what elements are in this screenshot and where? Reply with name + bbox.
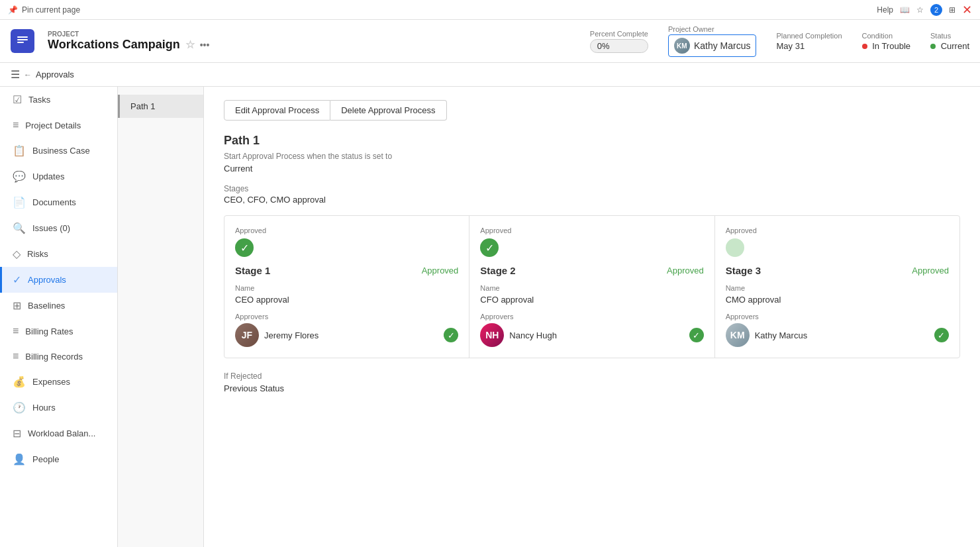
stage3-approver-row: KM Kathy Marcus ✓ [726, 323, 949, 347]
sidebar-label-billing-rates: Billing Rates [25, 326, 73, 336]
favorite-icon[interactable]: ☆ [185, 38, 195, 51]
risks-icon: ◇ [13, 248, 21, 260]
top-bar: 📌 Pin current page Help 📖 ☆ 2 ⊞ ✕ [0, 0, 980, 20]
book-icon[interactable]: 📖 [900, 5, 910, 15]
hours-icon: 🕐 [13, 401, 26, 414]
condition-label: Condition [862, 32, 910, 40]
sidebar-item-updates[interactable]: 💬 Updates [0, 164, 117, 189]
stage3-status: Approved [912, 266, 949, 275]
sidebar-item-hours[interactable]: 🕐 Hours [0, 395, 117, 421]
owner-selector[interactable]: KM Kathy Marcus [668, 34, 757, 57]
sidebar-item-project-details[interactable]: ≡ Project Details [0, 113, 117, 138]
stage3-name-value: CMO approval [726, 295, 949, 305]
header-fields: Percent Complete 0% Project Owner KM Kat… [590, 25, 969, 57]
sidebar-item-workload[interactable]: ⊟ Workload Balan... [0, 421, 117, 446]
percent-complete-value[interactable]: 0% [590, 39, 648, 53]
stage3-header: Stage 3 Approved [726, 265, 949, 276]
stage3-title: Stage 3 [726, 265, 761, 276]
rejection-value: Previous Status [224, 383, 960, 393]
owner-field: Project Owner KM Kathy Marcus [668, 25, 757, 57]
sidebar-label-hours: Hours [32, 403, 56, 413]
sidebar-label-expenses: Expenses [32, 377, 70, 387]
baselines-icon: ⊞ [13, 299, 21, 312]
stage3-approvers-label: Approvers [726, 313, 949, 321]
svg-rect-2 [17, 42, 24, 43]
sidebar-item-approvals[interactable]: ✓ Approvals [0, 267, 117, 293]
stage1-approved-label: Approved [235, 226, 458, 234]
project-title: Workcations Campaign [48, 38, 180, 52]
condition-field: Condition In Trouble [862, 32, 910, 51]
status-value[interactable]: Current [930, 41, 969, 51]
billing-rates-icon: ≡ [13, 325, 19, 337]
planned-completion-value[interactable]: May 31 [776, 41, 842, 51]
apps-icon[interactable]: ⊞ [949, 5, 956, 15]
breadcrumb: ☰ ← Approvals [0, 63, 980, 87]
owner-name: Kathy Marcus [694, 40, 751, 51]
stage-col-1: Approved ✓ Stage 1 Approved Name CEO app… [224, 216, 469, 358]
condition-value[interactable]: In Trouble [862, 41, 910, 51]
owner-avatar: KM [674, 38, 690, 54]
sidebar-label-risks: Risks [27, 249, 48, 259]
sidebar-label-people: People [32, 454, 59, 464]
sidebar-label-tasks: Tasks [28, 95, 50, 105]
sidebar-item-tasks[interactable]: ☑ Tasks [0, 87, 117, 113]
jeremy-check: ✓ [444, 328, 458, 342]
stage2-approvers-label: Approvers [480, 313, 703, 321]
stage2-approver-info: NH Nancy Hugh [480, 323, 557, 347]
stage1-title: Stage 1 [235, 265, 270, 276]
sidebar-label-business-case: Business Case [32, 146, 90, 156]
sidebar-item-baselines[interactable]: ⊞ Baselines [0, 293, 117, 319]
menu-icon[interactable]: ☰ [11, 68, 20, 81]
stage2-title: Stage 2 [480, 265, 515, 276]
notification-badge[interactable]: 2 [930, 4, 942, 16]
planned-completion-label: Planned Completion [776, 32, 842, 40]
close-icon[interactable]: ✕ [962, 3, 972, 17]
sidebar-label-documents: Documents [32, 197, 76, 207]
nancy-avatar: NH [480, 323, 504, 347]
stage3-name-label: Name [726, 284, 949, 292]
sidebar-item-expenses[interactable]: 💰 Expenses [0, 369, 117, 395]
sidebar: ☑ Tasks ≡ Project Details 📋 Business Cas… [0, 87, 118, 547]
workload-icon: ⊟ [13, 427, 21, 440]
edit-approval-button[interactable]: Edit Approval Process [224, 100, 330, 121]
sidebar-label-billing-records: Billing Records [25, 352, 83, 362]
sidebar-label-issues: Issues (0) [32, 223, 70, 233]
status-field: Status Current [930, 32, 969, 51]
main-layout: ☑ Tasks ≡ Project Details 📋 Business Cas… [0, 87, 980, 547]
sidebar-item-documents[interactable]: 📄 Documents [0, 189, 117, 215]
sidebar-item-billing-rates[interactable]: ≡ Billing Rates [0, 319, 117, 344]
approvals-icon: ✓ [13, 274, 21, 286]
sidebar-item-issues[interactable]: 🔍 Issues (0) [0, 215, 117, 241]
star-top-icon[interactable]: ☆ [916, 5, 924, 15]
delete-approval-button[interactable]: Delete Approval Process [330, 100, 446, 121]
sidebar-item-people[interactable]: 👤 People [0, 446, 117, 472]
start-status: Current [224, 164, 960, 174]
stage1-approver-row: JF Jeremy Flores ✓ [235, 323, 458, 347]
pin-label: Pin current page [22, 5, 80, 15]
project-meta: PROJECT Workcations Campaign ☆ ••• [48, 30, 577, 52]
main-content: Edit Approval Process Delete Approval Pr… [204, 87, 980, 547]
path-title: Path 1 [224, 134, 960, 148]
project-icon [11, 29, 34, 53]
sidebar-item-billing-records[interactable]: ≡ Billing Records [0, 344, 117, 369]
path-item-label: Path 1 [130, 101, 156, 111]
sidebar-item-risks[interactable]: ◇ Risks [0, 241, 117, 267]
breadcrumb-label: Approvals [36, 70, 74, 79]
documents-icon: 📄 [13, 196, 26, 209]
sidebar-label-approvals: Approvals [28, 275, 66, 285]
nancy-name: Nancy Hugh [509, 330, 557, 340]
condition-dot-red [862, 44, 867, 49]
stage2-header: Stage 2 Approved [480, 265, 703, 276]
sidebar-item-business-case[interactable]: 📋 Business Case [0, 138, 117, 164]
stages-list: CEO, CFO, CMO approval [224, 195, 960, 205]
more-options-icon[interactable]: ••• [200, 40, 210, 50]
path-item-1[interactable]: Path 1 [118, 95, 203, 118]
issues-icon: 🔍 [13, 222, 26, 234]
billing-records-icon: ≡ [13, 350, 19, 362]
jeremy-avatar: JF [235, 323, 259, 347]
status-label: Status [930, 32, 969, 40]
stage3-check-icon [726, 238, 744, 257]
sidebar-label-baselines: Baselines [28, 301, 65, 311]
stages-label: Stages [224, 184, 960, 193]
help-label[interactable]: Help [877, 5, 893, 15]
